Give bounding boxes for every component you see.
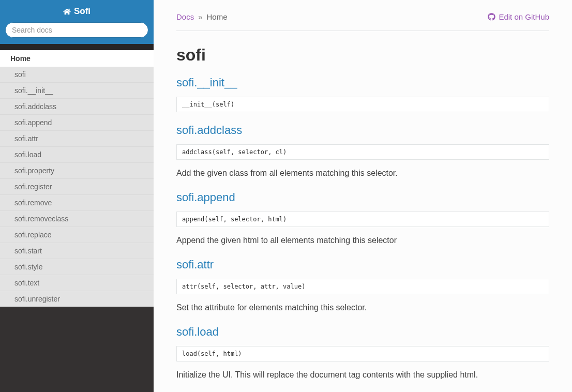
breadcrumb: Docs » Home <box>176 12 228 21</box>
section-heading[interactable]: sofi.attr <box>176 258 549 272</box>
main-content: Docs » Home Edit on GitHub sofi sofi.__i… <box>154 0 572 392</box>
home-icon <box>63 8 71 15</box>
sidebar-item[interactable]: sofi.remove <box>0 195 154 211</box>
section-description: Initialize the UI. This will replace the… <box>176 369 549 381</box>
breadcrumb-row: Docs » Home Edit on GitHub <box>176 12 549 31</box>
sidebar-item[interactable]: sofi.style <box>0 259 154 275</box>
sidebar: Sofi Home sofisofi.__init__sofi.addclass… <box>0 0 154 392</box>
sidebar-header: Sofi <box>0 0 154 22</box>
github-icon <box>488 13 495 21</box>
sidebar-item[interactable]: sofi.removeclass <box>0 211 154 227</box>
code-signature: attr(self, selector, attr, value) <box>176 279 549 294</box>
code-signature: addclass(self, selector, cl) <box>176 144 549 160</box>
breadcrumb-root[interactable]: Docs <box>176 12 194 21</box>
nav-divider <box>0 44 154 50</box>
search-input[interactable] <box>5 22 148 38</box>
sidebar-item[interactable]: sofi.unregister <box>0 291 154 307</box>
section-description: Set the attribute for elements matching … <box>176 301 549 314</box>
section-heading[interactable]: sofi.addclass <box>176 124 549 137</box>
sidebar-item[interactable]: sofi.load <box>0 147 154 163</box>
nav-list: sofisofi.__init__sofi.addclasssofi.appen… <box>0 67 154 307</box>
breadcrumb-sep: » <box>198 12 202 21</box>
code-signature: append(self, selector, html) <box>176 212 549 227</box>
section-heading[interactable]: sofi.__init__ <box>176 76 549 89</box>
sidebar-item[interactable]: sofi.text <box>0 275 154 291</box>
nav-current[interactable]: Home <box>0 50 154 67</box>
sidebar-item[interactable]: sofi.addclass <box>0 99 154 115</box>
section-description: Append the given html to all elements ma… <box>176 234 549 247</box>
site-title-text: Sofi <box>74 6 91 17</box>
section-description: Add the given class from all elements ma… <box>176 167 549 179</box>
page-title: sofi <box>176 46 549 65</box>
edit-on-github-link[interactable]: Edit on GitHub <box>488 12 549 21</box>
site-title-link[interactable]: Sofi <box>63 6 91 17</box>
sidebar-item[interactable]: sofi.append <box>0 115 154 131</box>
section-heading[interactable]: sofi.append <box>176 191 549 204</box>
sidebar-item[interactable]: sofi.property <box>0 163 154 179</box>
sidebar-item[interactable]: sofi.register <box>0 179 154 195</box>
sidebar-item[interactable]: sofi.replace <box>0 227 154 243</box>
breadcrumb-current: Home <box>207 12 228 21</box>
edit-on-github-text: Edit on GitHub <box>499 12 549 21</box>
code-signature: load(self, html) <box>176 346 549 361</box>
sidebar-item[interactable]: sofi.__init__ <box>0 83 154 99</box>
section-heading[interactable]: sofi.load <box>176 325 549 339</box>
sidebar-item[interactable]: sofi.attr <box>0 131 154 147</box>
sidebar-item[interactable]: sofi.start <box>0 243 154 259</box>
sidebar-item[interactable]: sofi <box>0 67 154 83</box>
code-signature: __init__(self) <box>176 97 549 112</box>
search-wrap <box>0 22 154 44</box>
